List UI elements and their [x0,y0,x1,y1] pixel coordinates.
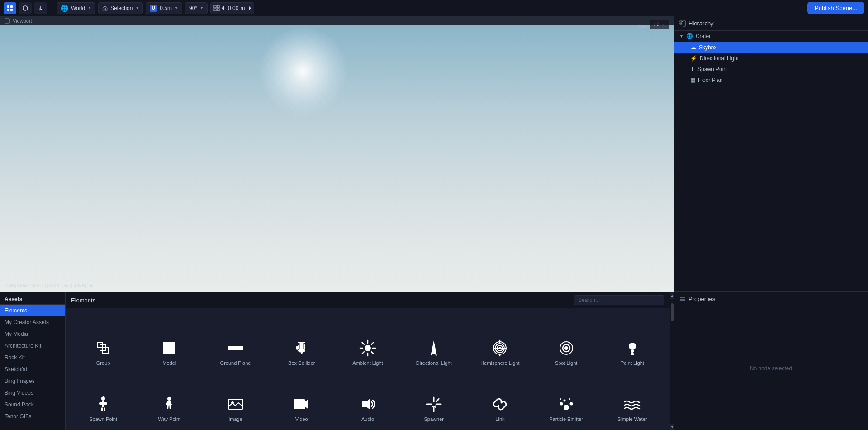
elements-search-input[interactable] [574,295,664,305]
globe-icon: 🌐 [61,5,68,12]
svg-rect-23 [296,346,298,350]
assets-bottom: Assets Elements My Creator Assets My Med… [0,292,674,430]
point-light-icon [623,339,642,358]
viewport[interactable]: Viewport Lit ▼ [LMB] Orbit / Select | [M… [0,16,674,292]
assets-item-bing-images[interactable]: Bing Images [0,375,65,387]
audio-label: Audio [361,416,374,422]
elements-scrollbar: ▲ ▼ [670,292,674,430]
hierarchy-icon [679,20,686,27]
svg-rect-1 [10,5,13,8]
spawn-point-label: Spawn Point [89,416,117,422]
way-point-label: Way Point [158,416,180,422]
hierarchy-item-directional-light[interactable]: ⚡ Directional Light [674,53,868,64]
ambient-light-icon [358,339,377,358]
assets-title: Assets [0,292,65,305]
selection-label: Selection [110,5,133,11]
assets-item-bing-videos[interactable]: Bing Videos [0,387,65,399]
viewport-header: Viewport [0,16,674,25]
element-particle-emitter[interactable]: Particle Emitter [533,369,599,426]
element-spot-light[interactable]: Spot Light [533,313,599,369]
audio-icon [358,395,377,414]
publish-button[interactable]: Publish Scene... [807,2,864,14]
hierarchy-item-skybox[interactable]: ☁ Skybox [674,42,868,53]
world-dropdown[interactable]: 🌐 World ▼ [57,2,95,14]
spawner-label: Spawner [424,416,444,422]
history-button[interactable] [34,2,47,14]
assets-item-my-creator-assets[interactable]: My Creator Assets [0,316,65,328]
u-icon: U [150,5,157,12]
apps-button[interactable] [4,2,16,14]
hierarchy-crater-label: Crater [696,33,711,39]
hierarchy-item-crater[interactable]: ▼ 🌐 Crater [674,31,868,42]
hierarchy-header: Hierarchy [674,16,868,31]
hierarchy-item-spawn-point[interactable]: ⬆ Spawn Point [674,64,868,75]
element-video[interactable]: Video [269,369,335,426]
hierarchy-floor-plan-label: Floor Plan [698,77,723,83]
element-ambient-light[interactable]: Ambient Light [335,313,401,369]
snap-dropdown[interactable]: U 0.5m ▼ [146,2,182,14]
svg-rect-0 [7,5,9,8]
hierarchy-title: Hierarchy [688,20,714,27]
floor-plan-hi-icon: ▦ [690,77,695,83]
element-link[interactable]: Link [467,369,533,426]
svg-point-72 [569,398,570,400]
element-point-light[interactable]: Point Light [599,313,665,369]
assets-menu: Elements My Creator Assets My Media Arch… [0,305,65,422]
selection-dropdown[interactable]: ◎ Selection ▼ [98,2,143,14]
element-group[interactable]: Group [70,313,136,369]
video-label: Video [295,416,308,422]
element-hemisphere-light[interactable]: Hemisphere Light [467,313,533,369]
element-image[interactable]: Image [202,369,268,426]
viewport-title: Viewport [13,18,32,24]
grid-control[interactable]: 0.00 m [210,2,254,14]
coord-value: 0.00 [228,5,238,11]
chevron-down-icon: ▼ [88,6,91,10]
angle-dropdown[interactable]: 90° ▼ [185,2,208,14]
assets-item-my-media[interactable]: My Media [0,328,65,340]
svg-rect-6 [217,5,219,8]
assets-item-tenor-gifs[interactable]: Tenor GIFs [0,411,65,422]
crater-globe-icon: 🌐 [686,33,693,39]
refresh-button[interactable] [19,2,32,14]
properties-header: Properties [674,292,868,306]
hierarchy-item-floor-plan[interactable]: ▦ Floor Plan [674,75,868,86]
assets-item-elements[interactable]: Elements [0,305,65,316]
chevron-down-icon-2: ▼ [135,6,139,10]
way-point-icon [160,395,179,414]
hemisphere-light-icon [490,339,509,358]
hierarchy-spawn-point-label: Spawn Point [697,66,728,72]
box-collider-label: Box Collider [288,360,315,366]
element-audio[interactable]: Audio [335,369,401,426]
element-spawn-point[interactable]: Spawn Point [70,369,136,426]
elements-title: Elements [71,297,95,304]
element-model[interactable]: Model [136,313,202,369]
element-ground-plane[interactable]: Ground Plane [202,313,268,369]
assets-item-sound-pack[interactable]: Sound Pack [0,399,65,411]
element-directional-light[interactable]: Directional Light [401,313,467,369]
element-spawner[interactable]: Spawner [401,369,467,426]
assets-item-sketchfab[interactable]: Sketchfab [0,363,65,375]
properties-panel: Properties No node selected [674,292,868,430]
sun-glow [258,26,348,117]
particle-emitter-icon [557,395,576,414]
no-node-selected-text: No node selected [674,306,868,430]
svg-rect-51 [101,407,103,411]
element-box-collider[interactable]: Box Collider [269,313,335,369]
spot-light-icon [557,339,576,358]
svg-point-69 [560,402,563,406]
svg-rect-5 [214,5,216,8]
svg-line-33 [362,352,364,354]
assets-item-architecture-kit[interactable]: Architecture Kit [0,340,65,352]
model-label: Model [162,360,176,366]
svg-rect-75 [680,23,682,24]
selection-icon: ◎ [102,5,108,12]
toolbar: 🌐 World ▼ ◎ Selection ▼ U 0.5m ▼ 90° ▼ 0… [0,0,868,16]
elements-grid: Group Model Ground Plane [66,308,670,430]
hierarchy-panel: Hierarchy ▼ 🌐 Crater ☁ Skybox ⚡ Directio… [674,16,868,292]
assets-item-rock-kit[interactable]: Rock Kit [0,352,65,363]
directional-light-icon [424,339,443,358]
scroll-thumb[interactable] [671,303,674,321]
element-simple-water[interactable]: Simple Water [599,369,665,426]
element-way-point[interactable]: Way Point [136,369,202,426]
svg-rect-46 [631,353,634,354]
